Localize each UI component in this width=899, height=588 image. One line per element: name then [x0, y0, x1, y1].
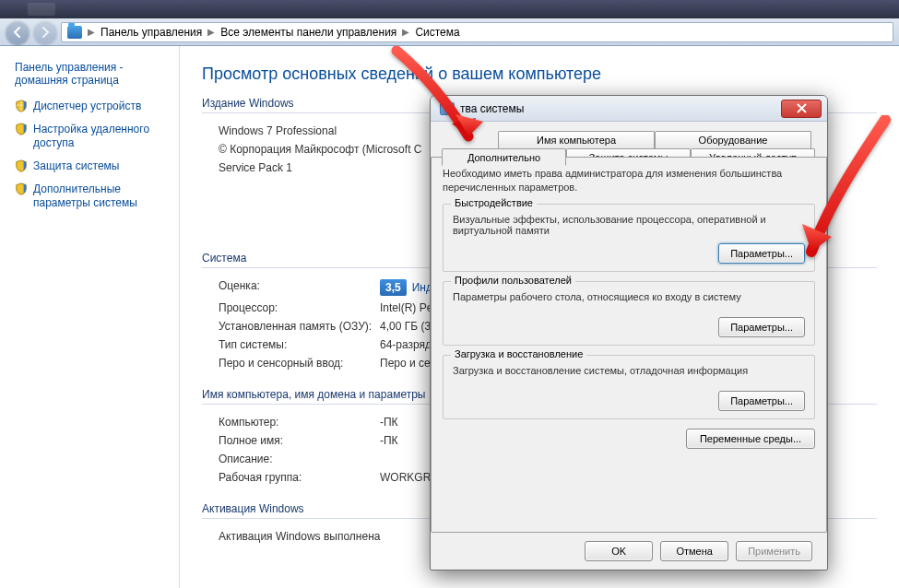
shield-icon [15, 123, 28, 135]
fullname-value: -ПК [380, 434, 398, 447]
taskbar-slot [28, 3, 55, 16]
nav-forward-button[interactable] [33, 20, 57, 44]
sidebar-home-link[interactable]: Панель управления - домашняя страница [15, 61, 168, 87]
sidebar-link-remote[interactable]: Настройка удаленного доступа [15, 123, 168, 150]
group-profiles-title: Профили пользователей [451, 275, 575, 286]
shield-icon [15, 182, 28, 195]
group-startup-desc: Загрузка и восстановление системы, отлад… [453, 365, 805, 376]
profiles-settings-button[interactable]: Параметры... [718, 317, 805, 337]
group-performance-title: Быстродействие [451, 197, 537, 208]
group-profiles-desc: Параметры рабочего стола, относящиеся ко… [453, 291, 805, 302]
wei-score-badge[interactable]: 3,5 [380, 279, 407, 296]
systype-label: Тип системы: [219, 338, 380, 351]
dialog-titlebar[interactable]: тва системы [431, 96, 827, 122]
desktop-taskbar [0, 0, 899, 18]
sidebar-link-label: Диспетчер устройств [33, 100, 141, 113]
group-profiles: Профили пользователей Параметры рабочего… [443, 281, 815, 346]
computer-icon [440, 102, 455, 115]
chevron-right-icon: ▶ [402, 27, 409, 37]
startup-settings-button[interactable]: Параметры... [718, 391, 805, 411]
tab-advanced[interactable]: Дополнительно [442, 148, 566, 166]
sidebar: Панель управления - домашняя страница Ди… [0, 46, 180, 588]
admin-note: Необходимо иметь права администратора дл… [443, 167, 815, 194]
system-properties-dialog[interactable]: тва системы Имя компьютера Оборудование … [430, 95, 828, 570]
desc-label: Описание: [219, 453, 380, 465]
dialog-footer: OK Отмена Применить [431, 533, 827, 570]
group-performance: Быстродействие Визуальные эффекты, испол… [443, 204, 815, 272]
rating-label: Оценка: [219, 279, 380, 296]
nav-back-button[interactable] [6, 20, 30, 44]
tab-hardware[interactable]: Оборудование [655, 131, 811, 148]
group-startup-title: Загрузка и восстановление [451, 348, 586, 359]
cancel-button[interactable]: Отмена [660, 541, 728, 561]
workgroup-label: Рабочая группа: [219, 471, 380, 484]
performance-settings-button[interactable]: Параметры... [718, 243, 805, 264]
close-button[interactable] [781, 100, 822, 118]
ram-label: Установленная память (ОЗУ): [219, 320, 380, 333]
fullname-label: Полное имя: [219, 434, 380, 447]
sidebar-link-label: Настройка удаленного доступа [33, 123, 168, 150]
computer-label: Компьютер: [219, 416, 380, 429]
breadcrumb-item[interactable]: Панель управления [101, 26, 202, 39]
address-bar[interactable]: ▶ Панель управления ▶ Все элементы панел… [61, 22, 893, 42]
sidebar-link-protection[interactable]: Защита системы [15, 159, 168, 173]
group-performance-desc: Визуальные эффекты, использование процес… [453, 214, 805, 236]
computer-value: -ПК [380, 416, 398, 429]
pen-label: Перо и сенсорный ввод: [219, 357, 380, 370]
tab-panel-advanced: Необходимо иметь права администратора дл… [431, 157, 827, 533]
dialog-title: тва системы [460, 102, 524, 115]
sidebar-link-device-manager[interactable]: Диспетчер устройств [15, 100, 168, 113]
shield-icon [15, 159, 28, 172]
page-title: Просмотр основных сведений о вашем компь… [202, 65, 877, 84]
chevron-right-icon: ▶ [88, 27, 95, 37]
breadcrumb-item[interactable]: Все элементы панели управления [220, 26, 396, 39]
sidebar-link-advanced[interactable]: Дополнительные параметры системы [15, 182, 168, 210]
close-icon [797, 103, 807, 113]
cpu-label: Процессор: [219, 301, 380, 314]
ok-button[interactable]: OK [585, 541, 653, 561]
env-variables-button[interactable]: Переменные среды... [686, 429, 815, 449]
sidebar-link-label: Защита системы [33, 159, 119, 173]
shield-icon [15, 100, 28, 112]
breadcrumb-item[interactable]: Система [415, 26, 459, 39]
group-startup: Загрузка и восстановление Загрузка и вос… [443, 355, 815, 419]
apply-button[interactable]: Применить [736, 541, 812, 561]
folder-icon [67, 26, 82, 39]
chevron-right-icon: ▶ [207, 27, 215, 37]
tab-computer-name[interactable]: Имя компьютера [498, 131, 655, 148]
explorer-navbar: ▶ Панель управления ▶ Все элементы панел… [0, 18, 899, 46]
sidebar-link-label: Дополнительные параметры системы [33, 182, 168, 210]
